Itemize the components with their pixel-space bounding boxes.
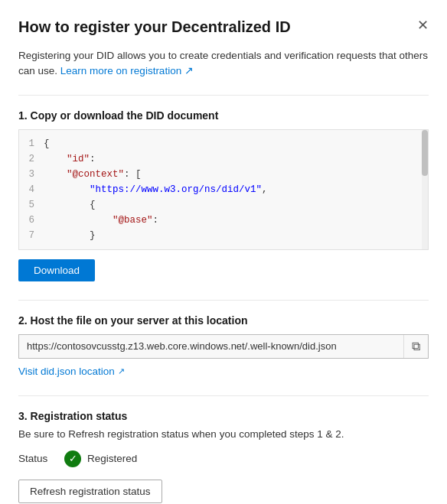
registered-check-icon: ✓ [64,450,81,467]
status-value: ✓ Registered [64,450,137,467]
external-link-icon: ↗ [184,65,194,76]
status-text: Registered [87,453,137,464]
close-icon-button[interactable]: ✕ [417,18,429,32]
intro-text: Registering your DID allows you to creat… [18,48,429,80]
dialog: How to register your Decentralized ID ✕ … [0,0,447,504]
code-line-2: 2 "id": [19,151,428,167]
code-line-5: 5 { [19,197,428,213]
download-button[interactable]: Download [18,259,95,281]
scrollbar-thumb [422,130,428,176]
code-line-7: 7 } [19,228,428,243]
dialog-title: How to register your Decentralized ID [18,18,408,36]
section-divider-2 [18,300,429,301]
section-1-title: 1. Copy or download the DID document [18,109,429,122]
code-line-3: 3 "@context": [ [19,167,428,182]
url-text: https://contosovcusstg.z13.web.core.wind… [19,335,403,357]
section-2: 2. Host the file on your server at this … [18,314,429,395]
status-description: Be sure to Refresh registration status w… [18,428,429,440]
url-container: https://contosovcusstg.z13.web.core.wind… [18,334,429,359]
status-row: Status ✓ Registered [18,450,429,467]
section-1: 1. Copy or download the DID document 1 {… [18,109,429,300]
visit-link[interactable]: Visit did.json location ↗ [18,366,125,377]
section-divider-3 [18,395,429,396]
learn-more-link[interactable]: Learn more on registration ↗ [60,65,194,76]
did-code-block: 1 { 2 "id": 3 "@context": [ 4 "https://w… [18,129,429,250]
status-label: Status [18,453,64,464]
code-line-4: 4 "https://www.w3.org/ns/did/v1", [19,182,428,197]
section-divider-1 [18,95,429,96]
copy-button[interactable]: ⧉ [403,335,428,358]
copy-icon: ⧉ [412,340,420,353]
refresh-status-button[interactable]: Refresh registration status [18,480,162,503]
section-3: 3. Registration status Be sure to Refres… [18,410,429,505]
code-line-1: 1 { [19,136,428,151]
section-2-title: 2. Host the file on your server at this … [18,314,429,327]
external-icon: ↗ [118,366,125,376]
section-3-title: 3. Registration status [18,410,429,422]
dialog-header: How to register your Decentralized ID ✕ [18,18,429,36]
scrollbar[interactable] [422,130,428,249]
code-line-6: 6 "@base": [19,213,428,228]
